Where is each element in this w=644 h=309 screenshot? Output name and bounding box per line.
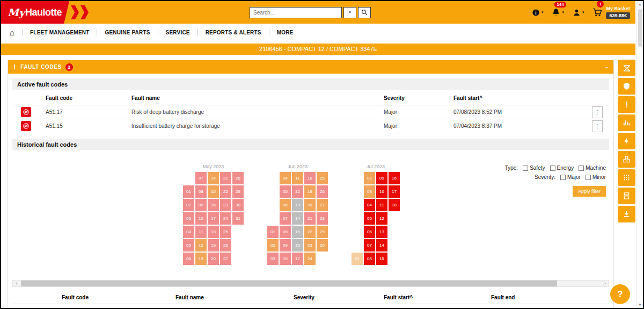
apply-filter-button[interactable]: Apply filter: [573, 186, 606, 197]
filter-option-minor[interactable]: Minor: [586, 174, 606, 180]
calendar-day[interactable]: 17: [292, 253, 303, 265]
row-actions-button[interactable]: ⋮: [592, 106, 603, 118]
parts-icon[interactable]: [618, 151, 635, 168]
calendar-day[interactable]: 09: [376, 172, 387, 184]
calendar-day[interactable]: 24: [304, 253, 316, 265]
calendar-day[interactable]: 04: [183, 226, 194, 238]
scroll-up-icon[interactable]: ▲: [637, 3, 643, 6]
calendar-day[interactable]: 26: [317, 185, 328, 198]
calendar-day[interactable]: 11: [292, 172, 303, 184]
calendar-day[interactable]: 03: [183, 212, 194, 225]
calendar-day[interactable]: 14: [208, 172, 219, 184]
calendar-day[interactable]: 12: [195, 239, 207, 251]
calendar-day[interactable]: 27: [317, 199, 328, 211]
calendar-day[interactable]: 18: [304, 172, 316, 184]
calendar-day[interactable]: 17: [389, 185, 400, 198]
calendar-day[interactable]: 04: [364, 199, 375, 211]
calendar-day[interactable]: 14: [376, 239, 387, 251]
calendar-day[interactable]: 01: [183, 185, 194, 198]
basket-menu[interactable]: 1 My Basket 639.88€: [592, 6, 630, 19]
energy-icon[interactable]: [618, 133, 635, 149]
calendar-day[interactable]: 13: [292, 199, 303, 211]
calendar-day[interactable]: 11: [195, 226, 207, 238]
calendar-day[interactable]: 26: [220, 239, 231, 251]
help-button[interactable]: ?: [610, 284, 630, 304]
calendar-day[interactable]: 09: [195, 199, 207, 211]
calendar-day[interactable]: 06: [183, 253, 194, 265]
filter-option-safety[interactable]: Safety: [523, 165, 545, 171]
calendar-day[interactable]: 01: [352, 253, 363, 265]
column-header-fault-code[interactable]: Fault code: [60, 294, 173, 300]
calendar-day[interactable]: 06: [280, 199, 291, 211]
checkbox-icon[interactable]: [523, 166, 528, 171]
collapse-panel-button[interactable]: -: [605, 63, 608, 71]
calendar-day[interactable]: 24: [220, 212, 231, 225]
calendar-day[interactable]: 12: [292, 185, 303, 198]
calendar-day[interactable]: 10: [280, 253, 291, 265]
calendar-day[interactable]: 08: [364, 253, 375, 265]
calendar-day[interactable]: 25: [317, 172, 328, 184]
calendar-day[interactable]: 07: [195, 172, 207, 184]
nav-item-genuine-parts[interactable]: GENUINE PARTS: [105, 30, 150, 35]
keypad-icon[interactable]: [618, 169, 635, 186]
calendar-day[interactable]: 17: [208, 212, 219, 225]
checkbox-icon[interactable]: [550, 166, 555, 171]
checkbox-icon[interactable]: [586, 175, 591, 180]
calendar-day[interactable]: 02: [267, 239, 279, 251]
info-menu[interactable]: ▾: [532, 9, 544, 17]
column-header-fault-name[interactable]: Fault name: [173, 294, 291, 300]
calendar-day[interactable]: 09: [280, 239, 291, 251]
calendar-day[interactable]: 12: [376, 212, 387, 225]
notifications-menu[interactable]: 144 ▾: [552, 8, 564, 17]
calendar-day[interactable]: 30: [232, 199, 244, 211]
calendar-day[interactable]: 20: [208, 253, 219, 265]
calendar-day[interactable]: 03: [267, 253, 279, 265]
shield-icon[interactable]: [618, 78, 635, 95]
column-header-fault-name[interactable]: Fault name: [129, 95, 382, 101]
calendar-day[interactable]: 20: [304, 199, 316, 211]
calendar-day[interactable]: 16: [389, 172, 400, 184]
calendar-day[interactable]: 15: [376, 253, 387, 265]
calendar-day[interactable]: 14: [292, 212, 303, 225]
nav-item-service[interactable]: SERVICE: [166, 30, 190, 35]
calendar-day[interactable]: 31: [232, 212, 244, 225]
calendar-day[interactable]: 11: [376, 199, 387, 211]
search-scope-dropdown[interactable]: ▾: [343, 7, 356, 18]
calendar-day[interactable]: 13: [376, 226, 387, 238]
calendar-day[interactable]: 21: [304, 212, 316, 225]
calendar-day[interactable]: 28: [317, 212, 328, 225]
calendar-day[interactable]: 03: [364, 185, 375, 198]
scroll-right-icon[interactable]: >: [601, 281, 609, 286]
document-icon[interactable]: [618, 188, 635, 204]
calendar-day[interactable]: 22: [304, 226, 316, 238]
calendar-day[interactable]: 02: [364, 172, 375, 184]
machine-icon[interactable]: [618, 60, 635, 76]
calendar-day[interactable]: 08: [280, 226, 291, 238]
calendar-day[interactable]: 22: [220, 185, 231, 198]
calendar-day[interactable]: 05: [280, 185, 291, 198]
calendar-day[interactable]: 01: [267, 226, 279, 238]
download-icon[interactable]: [618, 206, 635, 222]
home-icon[interactable]: ⌂: [10, 28, 14, 37]
nav-item-fleet-management[interactable]: FLEET MANAGEMENT: [30, 30, 89, 35]
calendar-day[interactable]: 25: [220, 226, 231, 238]
calendar-day[interactable]: 27: [220, 253, 231, 265]
calendar-day[interactable]: 13: [195, 253, 207, 265]
column-header-fault-end[interactable]: Fault end: [489, 294, 609, 300]
equalizer-icon[interactable]: [618, 114, 635, 131]
row-actions-button[interactable]: ⋮: [592, 120, 603, 132]
calendar-day[interactable]: 16: [208, 199, 219, 211]
filter-option-major[interactable]: Major: [560, 174, 581, 180]
calendar-day[interactable]: 08: [195, 185, 207, 198]
calendar-day[interactable]: 06: [364, 226, 375, 238]
calendar-day[interactable]: 23: [220, 199, 231, 211]
scroll-left-icon[interactable]: <: [13, 281, 21, 286]
alert-icon[interactable]: [618, 96, 635, 113]
calendar-day[interactable]: 15: [208, 185, 219, 198]
calendar-day[interactable]: 19: [304, 185, 316, 198]
calendar-day[interactable]: 28: [232, 172, 244, 184]
calendar-day[interactable]: 30: [317, 239, 328, 251]
horizontal-scrollbar-thumb[interactable]: [21, 281, 557, 286]
checkbox-icon[interactable]: [579, 166, 584, 171]
calendar-day[interactable]: 19: [208, 239, 219, 251]
